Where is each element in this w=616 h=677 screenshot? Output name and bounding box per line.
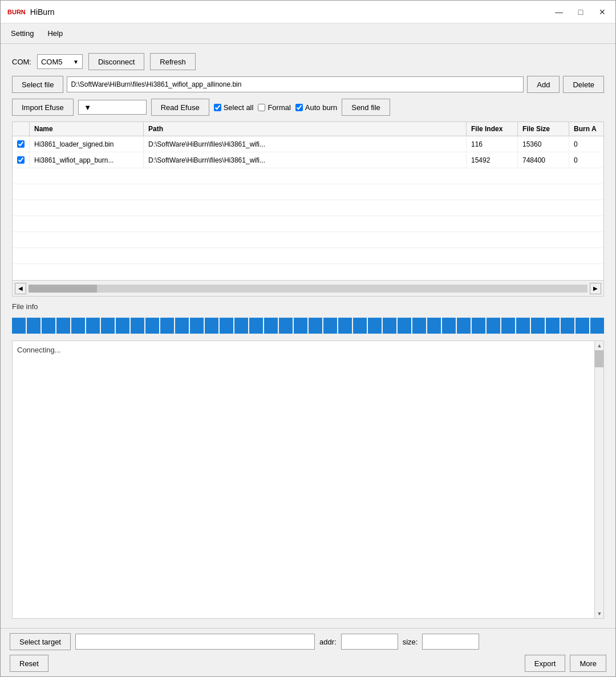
file-info-label: File info xyxy=(12,302,604,311)
row2-burn: 0 xyxy=(569,152,603,168)
progress-segment xyxy=(472,318,485,334)
add-button[interactable]: Add xyxy=(527,76,560,93)
row1-index: 116 xyxy=(467,136,518,152)
menu-setting[interactable]: Setting xyxy=(5,27,39,40)
file-table: Name Path File Index File Size Burn A Hi… xyxy=(12,121,604,297)
refresh-button[interactable]: Refresh xyxy=(150,53,196,70)
size-input[interactable] xyxy=(422,634,479,650)
efuse-dropdown-value xyxy=(81,103,83,112)
progress-segment xyxy=(412,318,426,334)
formal-checkbox[interactable] xyxy=(258,104,265,111)
main-content: COM: COM5 ▼ Disconnect Refresh Select fi… xyxy=(1,44,615,628)
progress-segment xyxy=(457,318,471,334)
app-brand: BURN xyxy=(7,9,26,15)
progress-segment xyxy=(220,318,233,334)
col-index: File Index xyxy=(467,122,518,136)
table-empty-row xyxy=(13,200,603,216)
reset-button[interactable]: Reset xyxy=(10,655,48,672)
addr-input[interactable] xyxy=(341,634,398,650)
log-scrollbar[interactable]: ▲ ▼ xyxy=(594,341,603,618)
formal-label: Formal xyxy=(268,103,290,112)
row2-path: D:\SoftWare\HiBurn\files\Hi3861_wifi... xyxy=(144,152,467,168)
file-path-input[interactable] xyxy=(67,76,524,92)
delete-button[interactable]: Delete xyxy=(563,76,604,93)
log-area: Connecting... ▲ ▼ xyxy=(12,340,604,619)
progress-segment xyxy=(442,318,456,334)
maximize-button[interactable]: □ xyxy=(574,6,587,18)
scroll-thumb[interactable] xyxy=(29,285,97,293)
log-scroll-up[interactable]: ▲ xyxy=(595,341,604,350)
progress-segment xyxy=(309,318,322,334)
progress-segment xyxy=(175,318,189,334)
size-label: size: xyxy=(403,638,418,646)
export-button[interactable]: Export xyxy=(525,655,566,672)
col-name: Name xyxy=(30,122,144,136)
log-scroll-thumb[interactable] xyxy=(595,350,603,367)
col-burn: Burn A xyxy=(569,122,603,136)
row1-checkbox[interactable] xyxy=(17,140,25,148)
table-empty-row xyxy=(13,264,603,280)
progress-segment xyxy=(264,318,278,334)
efuse-dropdown[interactable]: ▼ xyxy=(78,100,147,115)
progress-bar xyxy=(12,317,604,335)
target-input[interactable] xyxy=(75,634,315,650)
auto-burn-label: Auto burn xyxy=(305,103,337,112)
row1-check[interactable] xyxy=(13,136,30,152)
progress-segment xyxy=(145,318,159,334)
com-row: COM: COM5 ▼ Disconnect Refresh xyxy=(12,53,604,70)
progress-segment xyxy=(353,318,367,334)
auto-burn-checkbox[interactable] xyxy=(295,104,303,111)
table-horizontal-scrollbar[interactable]: ◀ ▶ xyxy=(13,280,603,296)
row1-name: Hi3861_loader_signed.bin xyxy=(30,136,144,152)
progress-segment xyxy=(487,318,500,334)
auto-burn-checkbox-group[interactable]: Auto burn xyxy=(295,103,337,112)
log-scroll-down[interactable]: ▼ xyxy=(595,609,604,618)
minimize-button[interactable]: — xyxy=(553,6,565,18)
select-target-button[interactable]: Select target xyxy=(10,633,71,650)
select-all-checkbox-group[interactable]: Select all xyxy=(214,103,254,112)
scroll-track[interactable] xyxy=(29,285,587,293)
com-value: COM5 xyxy=(41,58,71,66)
col-path: Path xyxy=(144,122,467,136)
row1-path: D:\SoftWare\HiBurn\files\Hi3861_wifi... xyxy=(144,136,467,152)
progress-segment xyxy=(71,318,85,334)
more-button[interactable]: More xyxy=(570,655,606,672)
title-bar: BURN HiBurn — □ ✕ xyxy=(1,1,615,23)
row2-checkbox[interactable] xyxy=(17,156,25,164)
bottom-bar: Select target addr: size: Reset Export M… xyxy=(1,628,615,676)
row2-size: 748400 xyxy=(518,152,569,168)
menu-bar: Setting Help xyxy=(1,23,615,44)
progress-segment xyxy=(501,318,515,334)
table-header: Name Path File Index File Size Burn A xyxy=(13,122,603,136)
row2-check[interactable] xyxy=(13,152,30,168)
close-button[interactable]: ✕ xyxy=(596,6,609,18)
log-scroll-track[interactable] xyxy=(595,350,603,609)
progress-segment xyxy=(323,318,337,334)
read-efuse-button[interactable]: Read Efuse xyxy=(151,99,209,116)
table-empty-row xyxy=(13,248,603,264)
efuse-dropdown-arrow: ▼ xyxy=(84,103,91,112)
efuse-row: Import Efuse ▼ Read Efuse Select all For… xyxy=(12,99,604,116)
disconnect-button[interactable]: Disconnect xyxy=(88,53,144,70)
progress-segment xyxy=(42,318,55,334)
com-dropdown-arrow: ▼ xyxy=(73,59,79,65)
progress-segment xyxy=(190,318,204,334)
com-select[interactable]: COM5 ▼ xyxy=(37,54,83,69)
select-file-button[interactable]: Select file xyxy=(12,76,63,93)
progress-segment xyxy=(398,318,411,334)
progress-segment xyxy=(546,318,560,334)
scroll-right-arrow[interactable]: ▶ xyxy=(590,283,601,294)
send-file-button[interactable]: Send file xyxy=(342,99,390,116)
formal-checkbox-group[interactable]: Formal xyxy=(258,103,290,112)
progress-segment xyxy=(516,318,530,334)
table-empty-row xyxy=(13,184,603,200)
table-empty-row xyxy=(13,168,603,184)
menu-help[interactable]: Help xyxy=(42,27,68,40)
progress-segment xyxy=(160,318,174,334)
file-row: Select file Add Delete xyxy=(12,76,604,93)
reset-row: Reset Export More xyxy=(10,655,606,672)
scroll-left-arrow[interactable]: ◀ xyxy=(15,283,26,294)
progress-segment xyxy=(12,318,26,334)
import-efuse-button[interactable]: Import Efuse xyxy=(12,99,74,116)
select-all-checkbox[interactable] xyxy=(214,104,221,111)
